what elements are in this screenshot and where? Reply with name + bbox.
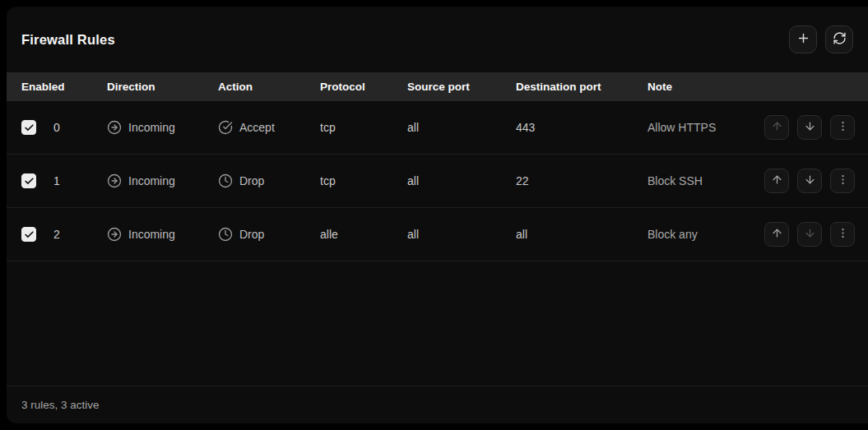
- page-title: Firewall Rules: [21, 32, 115, 48]
- table-empty-area: [7, 261, 868, 386]
- direction-label: Incoming: [128, 121, 175, 134]
- panel-header: Firewall Rules: [7, 7, 868, 72]
- rule-enabled-checkbox[interactable]: [21, 227, 36, 242]
- toolbar: [789, 25, 853, 53]
- destination-port-cell: 443: [516, 121, 648, 134]
- column-header-destination-port: Destination port: [516, 81, 648, 93]
- row-menu-button[interactable]: [830, 222, 855, 247]
- arrow-right-circle-icon: [107, 227, 122, 242]
- protocol-cell: tcp: [320, 174, 407, 187]
- check-icon: [24, 176, 35, 187]
- column-header-enabled: Enabled: [21, 81, 107, 93]
- column-header-source-port: Source port: [407, 81, 516, 93]
- kebab-menu-icon: [837, 120, 849, 135]
- check-icon: [24, 229, 35, 240]
- arrow-down-icon: [804, 120, 816, 135]
- firewall-rules-panel: Firewall Rules Enabled Direction Action …: [7, 7, 868, 423]
- clock-icon: [218, 173, 233, 188]
- source-port-cell: all: [407, 228, 516, 241]
- table-row: 0 Incoming Accept tcp all 443 Allow HTTP…: [7, 101, 868, 155]
- kebab-menu-icon: [837, 173, 849, 188]
- move-up-button[interactable]: [764, 169, 789, 193]
- protocol-cell: alle: [320, 228, 407, 241]
- arrow-up-icon: [771, 120, 783, 135]
- add-rule-button[interactable]: [789, 25, 817, 53]
- plus-icon: [796, 31, 810, 49]
- rules-summary: 3 rules, 3 active: [21, 399, 100, 411]
- row-menu-button[interactable]: [830, 169, 855, 193]
- refresh-icon: [833, 31, 847, 49]
- action-label: Drop: [239, 174, 264, 187]
- destination-port-cell: 22: [516, 174, 648, 187]
- action-label: Drop: [239, 228, 264, 241]
- column-header-action: Action: [218, 81, 320, 93]
- arrow-right-circle-icon: [107, 173, 122, 188]
- table-header: Enabled Direction Action Protocol Source…: [7, 72, 868, 101]
- direction-label: Incoming: [128, 228, 175, 241]
- table-row: 2 Incoming Drop alle all all Block any: [7, 208, 868, 261]
- destination-port-cell: all: [516, 228, 648, 241]
- direction-label: Incoming: [128, 174, 175, 187]
- note-cell: Block SSH: [648, 174, 764, 187]
- arrow-up-icon: [771, 227, 783, 242]
- arrow-down-icon: [804, 227, 816, 242]
- arrow-right-circle-icon: [107, 120, 122, 135]
- clock-icon: [218, 227, 233, 242]
- note-cell: Allow HTTPS: [648, 121, 764, 134]
- note-cell: Block any: [648, 228, 764, 241]
- circle-check-icon: [218, 120, 233, 135]
- column-header-note: Note: [648, 81, 764, 93]
- rule-index: 1: [53, 174, 60, 187]
- rule-index: 0: [53, 121, 60, 134]
- rule-enabled-checkbox[interactable]: [21, 120, 36, 135]
- kebab-menu-icon: [837, 227, 849, 242]
- rule-enabled-checkbox[interactable]: [21, 173, 36, 188]
- move-down-button[interactable]: [797, 222, 822, 247]
- table-row: 1 Incoming Drop tcp all 22 Block SSH: [7, 155, 868, 208]
- refresh-button[interactable]: [825, 25, 853, 53]
- source-port-cell: all: [407, 121, 516, 134]
- column-header-direction: Direction: [107, 81, 218, 93]
- arrow-up-icon: [771, 173, 783, 188]
- column-header-protocol: Protocol: [320, 81, 407, 93]
- check-icon: [24, 123, 35, 133]
- move-up-button[interactable]: [764, 115, 789, 140]
- move-up-button[interactable]: [764, 222, 789, 247]
- arrow-down-icon: [804, 173, 816, 188]
- source-port-cell: all: [407, 174, 516, 187]
- action-label: Accept: [239, 121, 275, 134]
- move-down-button[interactable]: [797, 115, 822, 140]
- protocol-cell: tcp: [320, 121, 407, 134]
- move-down-button[interactable]: [797, 169, 822, 193]
- rule-index: 2: [53, 228, 60, 241]
- panel-footer: 3 rules, 3 active: [7, 386, 868, 423]
- row-menu-button[interactable]: [830, 115, 855, 140]
